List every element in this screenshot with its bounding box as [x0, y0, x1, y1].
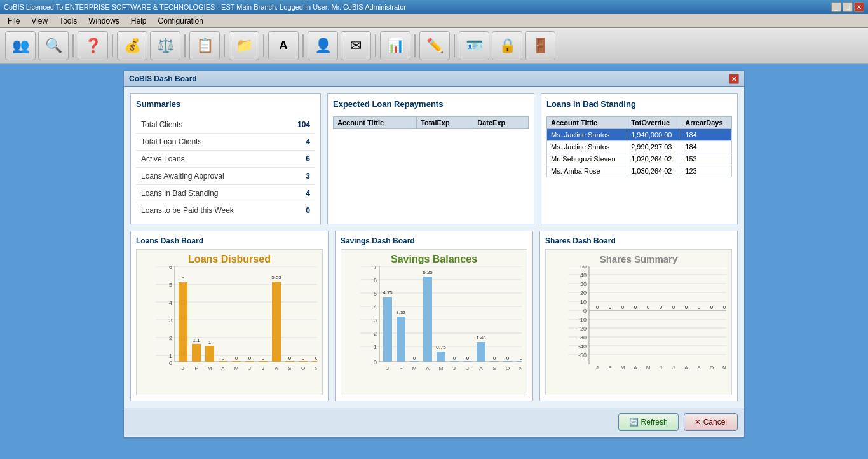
users-button[interactable]: 👥 — [5, 31, 36, 60]
bar-loans-o — [299, 361, 308, 362]
svg-text:0: 0 — [222, 355, 225, 361]
search-button[interactable]: 🔍 — [38, 31, 69, 60]
svg-text:1: 1 — [208, 339, 212, 345]
svg-text:N: N — [722, 365, 726, 371]
summary-total-clients-value: 104 — [297, 120, 310, 129]
svg-text:1.1: 1.1 — [193, 338, 200, 343]
svg-text:0: 0 — [660, 305, 663, 310]
shares-chart-svg: 50 40 30 20 10 0 -10 -20 -30 -40 -50 — [569, 266, 726, 374]
svg-text:0: 0 — [493, 355, 496, 361]
bad-account-1: Ms. Jacline Santos — [547, 129, 627, 141]
svg-text:0: 0 — [315, 355, 317, 361]
svg-text:2: 2 — [169, 335, 172, 341]
bad-account-4: Ms. Amba Rose — [547, 165, 627, 177]
shares-chart-title: Shares Summary — [546, 250, 731, 266]
cancel-icon: ✕ — [695, 418, 701, 427]
savings-chart-panel: Savings Dash Board Savings Balances — [335, 231, 533, 401]
chart-button[interactable]: 📊 — [380, 31, 410, 60]
bad-days-3: 153 — [681, 153, 732, 165]
menu-windows[interactable]: Windows — [83, 15, 125, 27]
svg-text:5: 5 — [374, 291, 377, 297]
bar-savings-j3 — [463, 361, 472, 362]
toolbar-separator-7 — [375, 34, 376, 57]
refresh-icon: 🔄 — [629, 418, 639, 427]
bar-loans-j3 — [259, 361, 268, 362]
main-area: CoBIS Dash Board ✕ Summaries Total Clien… — [0, 64, 868, 459]
dashboard-title: CoBIS Dash Board — [129, 74, 197, 83]
dashboard-titlebar: CoBIS Dash Board ✕ — [124, 71, 744, 87]
font-button[interactable]: A — [268, 31, 299, 60]
menu-configuration[interactable]: Configuration — [153, 15, 208, 27]
toolbar-separator-2 — [112, 34, 113, 57]
repayments-panel: Expected Loan Repayments Account Tittle … — [327, 93, 534, 224]
summary-awaiting-approval: Loans Awaiting Approval 3 — [136, 168, 315, 185]
svg-text:M: M — [234, 366, 239, 371]
person-button[interactable]: 👤 — [308, 31, 338, 60]
svg-text:O: O — [506, 366, 510, 371]
svg-text:6: 6 — [169, 266, 172, 270]
svg-text:M: M — [412, 366, 417, 371]
scale-button[interactable]: ⚖️ — [150, 31, 180, 60]
svg-text:4.75: 4.75 — [383, 290, 393, 296]
svg-text:S: S — [697, 365, 700, 371]
table-row[interactable]: Ms. Jacline Santos 2,990,297.03 184 — [547, 141, 732, 153]
svg-text:5.03: 5.03 — [271, 275, 281, 280]
savings-chart-area: Savings Balances — [341, 249, 527, 395]
loans-chart-svg: 6 5 4 3 2 1 0 5 — [156, 266, 317, 374]
repayments-title: Expected Loan Repayments — [333, 99, 529, 111]
minimize-button[interactable]: _ — [831, 2, 841, 12]
svg-text:50: 50 — [580, 266, 587, 270]
menu-help[interactable]: Help — [126, 15, 152, 27]
money-button[interactable]: 💰 — [117, 31, 147, 60]
svg-text:0: 0 — [413, 355, 416, 361]
refresh-button[interactable]: 🔄 Refresh — [618, 413, 679, 431]
svg-text:6: 6 — [374, 277, 377, 284]
svg-text:0: 0 — [596, 305, 599, 310]
sms-button[interactable]: ✉ — [341, 31, 371, 60]
svg-text:J: J — [182, 366, 184, 371]
bad-col-days: ArrearDays — [681, 117, 732, 129]
svg-text:S: S — [492, 366, 496, 371]
repayments-table: Account Tittle TotalExp DateExp — [333, 116, 529, 129]
bad-overdue-4: 1,030,264.02 — [627, 165, 681, 177]
svg-text:1: 1 — [374, 344, 377, 350]
svg-text:F: F — [195, 366, 198, 371]
info-button[interactable]: ❓ — [78, 31, 108, 60]
menu-tools[interactable]: Tools — [54, 15, 82, 27]
table-row[interactable]: Ms. Jacline Santos 1,940,000.00 184 — [547, 129, 732, 141]
exit-button[interactable]: 🚪 — [525, 31, 555, 60]
svg-text:0: 0 — [710, 305, 714, 310]
summary-paid-week-value: 0 — [306, 206, 310, 215]
table-row[interactable]: Ms. Amba Rose 1,030,264.02 123 — [547, 165, 732, 177]
svg-text:0: 0 — [609, 305, 612, 310]
summary-total-clients: Total Clients 104 — [136, 116, 315, 134]
bad-account-3: Mr. Sebuguzi Steven — [547, 153, 627, 165]
svg-text:J: J — [672, 365, 675, 371]
menu-view[interactable]: View — [26, 15, 53, 27]
svg-text:1.43: 1.43 — [476, 335, 486, 341]
dashboard-close-button[interactable]: ✕ — [729, 74, 739, 84]
lock-button[interactable]: 🔒 — [492, 31, 522, 60]
book-button[interactable]: 📋 — [189, 31, 220, 60]
summary-awaiting-approval-value: 3 — [306, 172, 310, 181]
svg-text:-50: -50 — [578, 352, 587, 359]
dashboard-content: Summaries Total Clients 104 Total Loan C… — [124, 87, 744, 408]
menu-file[interactable]: File — [3, 15, 25, 27]
dashboard-top-row: Summaries Total Clients 104 Total Loan C… — [130, 93, 738, 224]
cancel-button[interactable]: ✕ Cancel — [684, 413, 738, 431]
maximize-button[interactable]: □ — [843, 2, 853, 12]
svg-text:0: 0 — [685, 305, 688, 310]
bar-loans-j — [179, 282, 187, 362]
bad-standing-title: Loans in Bad Standing — [546, 99, 732, 111]
bar-loans-m2 — [232, 361, 241, 362]
svg-text:A: A — [275, 366, 278, 371]
svg-text:F: F — [609, 365, 612, 371]
id-button[interactable]: 🪪 — [459, 31, 489, 60]
table-row[interactable]: Mr. Sebuguzi Steven 1,020,264.02 153 — [547, 153, 732, 165]
folder-button[interactable]: 📁 — [229, 31, 259, 60]
toolbar: 👥 🔍 ❓ 💰 ⚖️ 📋 📁 A 👤 ✉ 📊 ✏️ 🪪 🔒 🚪 — [0, 28, 868, 64]
close-button[interactable]: ✕ — [854, 2, 864, 12]
edit-button[interactable]: ✏️ — [419, 31, 450, 60]
svg-text:6.25: 6.25 — [423, 270, 433, 275]
bar-savings-a — [423, 277, 432, 362]
